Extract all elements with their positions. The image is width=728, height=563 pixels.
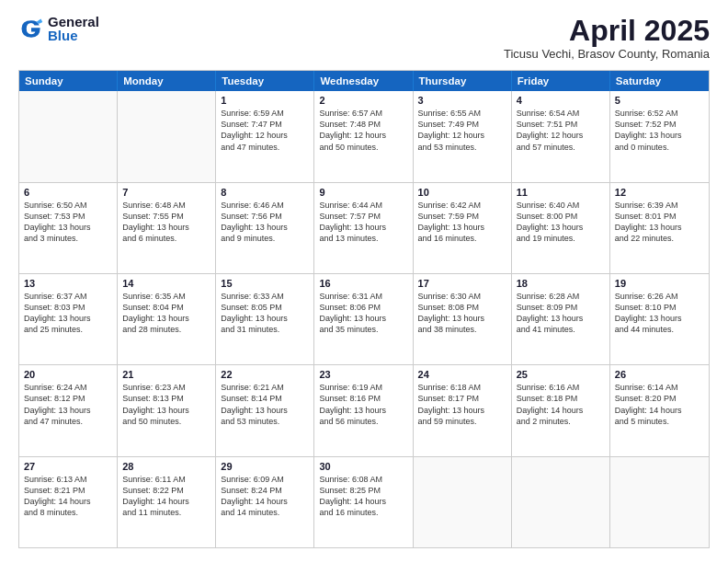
weekday-header-tuesday: Tuesday [216,71,314,91]
weekday-header-monday: Monday [118,71,216,91]
cell-info: Sunrise: 6:46 AM Sunset: 7:56 PM Dayligh… [221,200,309,245]
cal-cell-3-3: 15Sunrise: 6:33 AM Sunset: 8:05 PM Dayli… [216,274,314,364]
cell-info: Sunrise: 6:35 AM Sunset: 8:04 PM Dayligh… [122,291,210,336]
header: General Blue April 2025 Ticusu Vechi, Br… [18,15,710,61]
cal-cell-3-2: 14Sunrise: 6:35 AM Sunset: 8:04 PM Dayli… [118,274,216,364]
day-number: 13 [24,278,112,289]
cal-cell-4-2: 21Sunrise: 6:23 AM Sunset: 8:13 PM Dayli… [118,365,216,455]
logo-icon [18,16,44,41]
day-number: 2 [319,95,407,106]
cal-cell-2-1: 6Sunrise: 6:50 AM Sunset: 7:53 PM Daylig… [19,183,118,273]
cal-cell-2-3: 8Sunrise: 6:46 AM Sunset: 7:56 PM Daylig… [216,183,314,273]
day-number: 18 [517,278,605,289]
cell-info: Sunrise: 6:33 AM Sunset: 8:05 PM Dayligh… [221,291,309,336]
day-number: 11 [517,187,605,198]
day-number: 19 [615,278,704,289]
cal-cell-1-4: 2Sunrise: 6:57 AM Sunset: 7:48 PM Daylig… [314,91,413,181]
day-number: 12 [615,187,704,198]
day-number: 4 [517,95,605,106]
day-number: 17 [418,278,506,289]
cal-cell-3-5: 17Sunrise: 6:30 AM Sunset: 8:08 PM Dayli… [414,274,512,364]
cell-info: Sunrise: 6:26 AM Sunset: 8:10 PM Dayligh… [615,291,704,336]
cell-info: Sunrise: 6:28 AM Sunset: 8:09 PM Dayligh… [517,291,605,336]
cal-cell-3-4: 16Sunrise: 6:31 AM Sunset: 8:06 PM Dayli… [314,274,413,364]
cal-cell-1-2 [118,91,216,181]
cal-cell-3-6: 18Sunrise: 6:28 AM Sunset: 8:09 PM Dayli… [512,274,610,364]
cell-info: Sunrise: 6:54 AM Sunset: 7:51 PM Dayligh… [517,108,605,153]
cell-info: Sunrise: 6:42 AM Sunset: 7:59 PM Dayligh… [418,200,506,245]
cell-info: Sunrise: 6:59 AM Sunset: 7:47 PM Dayligh… [221,108,309,153]
cal-cell-4-1: 20Sunrise: 6:24 AM Sunset: 8:12 PM Dayli… [19,365,118,455]
day-number: 23 [319,369,407,380]
cal-cell-4-5: 24Sunrise: 6:18 AM Sunset: 8:17 PM Dayli… [414,365,512,455]
cell-info: Sunrise: 6:40 AM Sunset: 8:00 PM Dayligh… [517,200,605,245]
day-number: 5 [615,95,704,106]
day-number: 1 [221,95,309,106]
weekday-header-wednesday: Wednesday [314,71,413,91]
cal-cell-5-7 [610,457,709,547]
cell-info: Sunrise: 6:09 AM Sunset: 8:24 PM Dayligh… [221,474,309,519]
month-title: April 2025 [504,15,710,47]
cal-cell-5-5 [414,457,512,547]
cell-info: Sunrise: 6:14 AM Sunset: 8:20 PM Dayligh… [615,382,704,427]
weekday-header-thursday: Thursday [414,71,512,91]
day-number: 21 [122,369,210,380]
calendar-row-1: 1Sunrise: 6:59 AM Sunset: 7:47 PM Daylig… [19,91,709,181]
cal-cell-3-7: 19Sunrise: 6:26 AM Sunset: 8:10 PM Dayli… [610,274,709,364]
cell-info: Sunrise: 6:16 AM Sunset: 8:18 PM Dayligh… [517,382,605,427]
cell-info: Sunrise: 6:18 AM Sunset: 8:17 PM Dayligh… [418,382,506,427]
cal-cell-2-7: 12Sunrise: 6:39 AM Sunset: 8:01 PM Dayli… [610,183,709,273]
cal-cell-2-2: 7Sunrise: 6:48 AM Sunset: 7:55 PM Daylig… [118,183,216,273]
weekday-header-sunday: Sunday [19,71,118,91]
calendar-body: 1Sunrise: 6:59 AM Sunset: 7:47 PM Daylig… [19,91,709,547]
calendar-header: SundayMondayTuesdayWednesdayThursdayFrid… [19,71,709,91]
cell-info: Sunrise: 6:55 AM Sunset: 7:49 PM Dayligh… [418,108,506,153]
cell-info: Sunrise: 6:21 AM Sunset: 8:14 PM Dayligh… [221,382,309,427]
cal-cell-2-5: 10Sunrise: 6:42 AM Sunset: 7:59 PM Dayli… [414,183,512,273]
cell-info: Sunrise: 6:57 AM Sunset: 7:48 PM Dayligh… [319,108,407,153]
weekday-header-friday: Friday [512,71,610,91]
calendar-row-4: 20Sunrise: 6:24 AM Sunset: 8:12 PM Dayli… [19,364,709,455]
cal-cell-1-5: 3Sunrise: 6:55 AM Sunset: 7:49 PM Daylig… [414,91,512,181]
day-number: 16 [319,278,407,289]
day-number: 14 [122,278,210,289]
day-number: 25 [517,369,605,380]
weekday-header-saturday: Saturday [610,71,709,91]
cal-cell-5-1: 27Sunrise: 6:13 AM Sunset: 8:21 PM Dayli… [19,457,118,547]
calendar-row-5: 27Sunrise: 6:13 AM Sunset: 8:21 PM Dayli… [19,456,709,547]
cell-info: Sunrise: 6:08 AM Sunset: 8:25 PM Dayligh… [319,474,407,519]
day-number: 22 [221,369,309,380]
cal-cell-3-1: 13Sunrise: 6:37 AM Sunset: 8:03 PM Dayli… [19,274,118,364]
cal-cell-5-4: 30Sunrise: 6:08 AM Sunset: 8:25 PM Dayli… [314,457,413,547]
logo-general-text: General [48,15,99,29]
day-number: 29 [221,461,309,472]
calendar-row-3: 13Sunrise: 6:37 AM Sunset: 8:03 PM Dayli… [19,273,709,364]
day-number: 24 [418,369,506,380]
cell-info: Sunrise: 6:39 AM Sunset: 8:01 PM Dayligh… [615,200,704,245]
cell-info: Sunrise: 6:50 AM Sunset: 7:53 PM Dayligh… [24,200,112,245]
cal-cell-4-7: 26Sunrise: 6:14 AM Sunset: 8:20 PM Dayli… [610,365,709,455]
logo-blue-text: Blue [48,29,99,42]
cal-cell-4-4: 23Sunrise: 6:19 AM Sunset: 8:16 PM Dayli… [314,365,413,455]
cell-info: Sunrise: 6:13 AM Sunset: 8:21 PM Dayligh… [24,474,112,519]
day-number: 6 [24,187,112,198]
title-block: April 2025 Ticusu Vechi, Brasov County, … [504,15,710,61]
cal-cell-1-7: 5Sunrise: 6:52 AM Sunset: 7:52 PM Daylig… [610,91,709,181]
cell-info: Sunrise: 6:11 AM Sunset: 8:22 PM Dayligh… [122,474,210,519]
page: General Blue April 2025 Ticusu Vechi, Br… [0,0,728,563]
cal-cell-2-6: 11Sunrise: 6:40 AM Sunset: 8:00 PM Dayli… [512,183,610,273]
cell-info: Sunrise: 6:31 AM Sunset: 8:06 PM Dayligh… [319,291,407,336]
day-number: 28 [122,461,210,472]
day-number: 26 [615,369,704,380]
logo-text: General Blue [48,15,99,42]
cell-info: Sunrise: 6:30 AM Sunset: 8:08 PM Dayligh… [418,291,506,336]
calendar-row-2: 6Sunrise: 6:50 AM Sunset: 7:53 PM Daylig… [19,182,709,273]
day-number: 9 [319,187,407,198]
day-number: 3 [418,95,506,106]
calendar: SundayMondayTuesdayWednesdayThursdayFrid… [18,70,710,548]
cal-cell-2-4: 9Sunrise: 6:44 AM Sunset: 7:57 PM Daylig… [314,183,413,273]
cell-info: Sunrise: 6:52 AM Sunset: 7:52 PM Dayligh… [615,108,704,153]
cal-cell-1-1 [19,91,118,181]
cell-info: Sunrise: 6:19 AM Sunset: 8:16 PM Dayligh… [319,382,407,427]
day-number: 10 [418,187,506,198]
